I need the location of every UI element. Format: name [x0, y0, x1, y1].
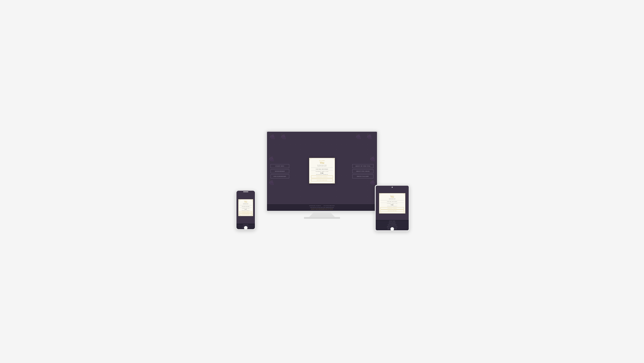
logo-vita: Vita — [311, 161, 333, 164]
tablet-nav-sponsorship[interactable]: SPONSORSHIP — [376, 222, 408, 224]
nav-supporters-btn[interactable]: OUR SUPPORTERS — [270, 174, 289, 178]
nav-photo-gallery-btn[interactable]: PHOTO GALLERY — [352, 174, 374, 178]
card-auction-preview-btn[interactable]: AUCTION PREVIEW — [311, 179, 333, 181]
nav-sponsorship-btn[interactable]: SPONSORSHIP — [270, 169, 289, 173]
card-corner-tl — [310, 159, 312, 160]
footer-contact: Questions? Contact Jamie.Roche@fccc.edu … — [270, 208, 374, 210]
nav-right: ABOUT IN VINO VITA ABOUT FOX CHASE PHOTO… — [352, 164, 374, 178]
card-invited-text: YOU'RE INVITED! — [311, 169, 333, 170]
grape-deco-4: 🍇 — [366, 133, 372, 139]
tablet-camera — [392, 187, 393, 188]
monitor-frame: 🍇 🍇 🍇 🍇 🍇 🍇 🍇 🍇 EVENT INFO SPONSORSHIP O… — [266, 131, 378, 212]
phone-date: SATURDAY, APRIL 9, 2016 — [239, 208, 252, 209]
tablet-frame: In Vino Vita Fox Chase Cancer Center Ben… — [375, 185, 410, 231]
tablet-divider1 — [380, 200, 404, 200]
grape-deco-3: 🍇 — [355, 133, 362, 139]
card-corner-bl — [310, 181, 312, 183]
phone-card-corner-tl — [239, 200, 241, 202]
phone-card-corner-tr — [251, 200, 252, 202]
phone-invited: YOU'RE INVITED! — [239, 206, 252, 207]
tablet-logo-subtitle: Fox Chase Cancer Center Benefit & Wine A… — [380, 198, 404, 199]
phone-tickets-btn[interactable]: PURCHASE TICKETS — [239, 211, 252, 213]
card-venue: VIE — [311, 172, 333, 174]
phone-notch — [243, 191, 248, 192]
tablet-card-corner-bl — [380, 211, 382, 213]
tablet-card-corner-tl — [380, 194, 382, 196]
nav-about-invv-btn[interactable]: ABOUT IN VINO VITA — [352, 164, 374, 168]
card-corner-br — [332, 181, 334, 183]
grape-deco-6: 🍇 — [268, 179, 274, 185]
monitor-base — [304, 217, 340, 219]
grape-deco-7: 🍇 — [370, 155, 376, 161]
card-corner-tr — [332, 159, 334, 160]
phone-screen: In Vino Vita Fox Chase Cancer Center Ben… — [236, 191, 255, 229]
tablet-invited: YOU'RE INVITED! — [380, 201, 404, 202]
tablet-tickets-btn[interactable]: PURCHASE TICKETS — [380, 207, 404, 209]
tablet-home-button[interactable] — [390, 227, 394, 231]
card-date: SATURDAY, APRIL 9, 2016 — [311, 171, 333, 172]
phone-logo-vita: Vita — [239, 201, 252, 203]
phone-address: 600 North Broad St., Philadelphia, PA — [239, 210, 252, 211]
tablet-address: 600 North Broad St., Philadelphia, PA — [380, 206, 404, 206]
tablet-date: SATURDAY, APRIL 9, 2016 — [380, 203, 404, 204]
logo-subtitle: Fox Chase Cancer Center Benefit & Wine A… — [311, 164, 333, 167]
tablet-device: In Vino Vita Fox Chase Cancer Center Ben… — [375, 185, 410, 231]
phone-logo-subtitle: Fox Chase Cancer Center Benefit & Wine A… — [239, 203, 252, 204]
footer-nav-auction[interactable]: AUCTION PREVIEW — [324, 205, 335, 206]
phone-card-area: In Vino Vita Fox Chase Cancer Center Ben… — [236, 191, 255, 223]
card-purchase-tickets-btn[interactable]: PURCHASE TICKETS — [311, 176, 333, 178]
card-address: 600 North Broad St., Philadelphia, PA — [311, 174, 333, 175]
tablet-venue: VIE — [380, 204, 404, 206]
scene-container: 🍇 🍇 🍇 🍇 🍇 🍇 🍇 🍇 EVENT INFO SPONSORSHIP O… — [232, 131, 412, 232]
mobile-phone: In Vino Vita Fox Chase Cancer Center Ben… — [236, 190, 256, 230]
tablet-card-area: In Vino Vita Fox Chase Cancer Center Ben… — [376, 186, 409, 220]
footer-tagline: In Vino Vita 2016 | Fox Chase Cancer Cen… — [270, 207, 374, 208]
nav-event-info-btn[interactable]: EVENT INFO — [270, 164, 289, 168]
monitor-stand — [309, 212, 335, 217]
grape-deco-2: 🍇 — [280, 133, 286, 139]
grape-deco-1: 🍇 — [269, 133, 276, 139]
tablet-logo-vita: Vita — [380, 196, 404, 198]
phone-divider1 — [239, 205, 252, 205]
nav-left: EVENT INFO SPONSORSHIP OUR SUPPORTERS — [270, 164, 289, 178]
phone-card-corner-bl — [239, 214, 241, 215]
grape-deco-5: 🍇 — [268, 155, 274, 161]
phone-auction-btn[interactable]: AUCTION PREVIEW — [239, 213, 252, 215]
tablet-invitation-card: In Vino Vita Fox Chase Cancer Center Ben… — [379, 193, 405, 213]
footer-nav-tickets[interactable]: PURCHASE TICKETS — [309, 205, 321, 206]
footer-nav: PURCHASE TICKETS AUCTION PREVIEW — [270, 205, 374, 206]
tablet-screen: In Vino Vita Fox Chase Cancer Center Ben… — [376, 186, 409, 230]
grape-deco-8: 🍇 — [370, 179, 376, 185]
tablet-card-corner-br — [403, 211, 405, 213]
desktop-monitor: 🍇 🍇 🍇 🍇 🍇 🍇 🍇 🍇 EVENT INFO SPONSORSHIP O… — [266, 131, 378, 221]
invitation-card: In Vino Vita Fox Chase Cancer Center Ben… — [309, 158, 335, 183]
tablet-divider2 — [380, 203, 404, 203]
nav-about-fox-chase-btn[interactable]: ABOUT FOX CHASE — [352, 169, 374, 173]
tablet-nav-event-info[interactable]: EVENT INFO — [376, 220, 408, 222]
phone-nav-event-info[interactable]: EVENT INFO — [237, 224, 254, 225]
tablet-logo: In Vino Vita Fox Chase Cancer Center Ben… — [380, 195, 404, 199]
phone-home-button[interactable] — [244, 226, 248, 230]
card-divider-top — [311, 168, 333, 168]
logo-area: In Vino Vita Fox Chase Cancer Center Ben… — [311, 160, 333, 167]
phone-frame: In Vino Vita Fox Chase Cancer Center Ben… — [236, 190, 256, 230]
screen-footer: PURCHASE TICKETS AUCTION PREVIEW In Vino… — [267, 204, 377, 211]
tablet-auction-btn[interactable]: AUCTION PREVIEW — [380, 210, 404, 212]
phone-card-corner-br — [251, 214, 252, 215]
tablet-nav-supporters[interactable]: OUR SUPPORTERS — [376, 224, 408, 226]
phone-logo: In Vino Vita Fox Chase Cancer Center Ben… — [239, 200, 252, 204]
monitor-screen: 🍇 🍇 🍇 🍇 🍇 🍇 🍇 🍇 EVENT INFO SPONSORSHIP O… — [267, 132, 377, 211]
phone-invitation-card: In Vino Vita Fox Chase Cancer Center Ben… — [238, 199, 253, 216]
tablet-card-corner-tr — [403, 194, 405, 196]
phone-venue: VIE — [239, 209, 252, 210]
